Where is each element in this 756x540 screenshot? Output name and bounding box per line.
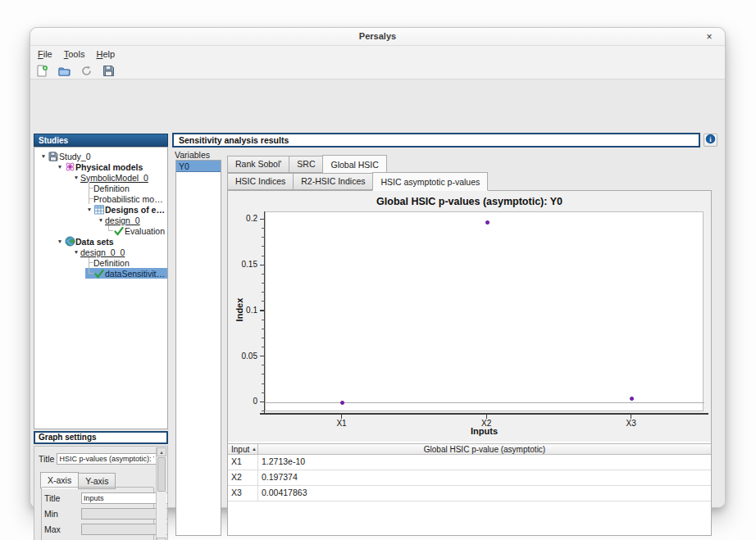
y-minor-tick [262, 393, 265, 393]
tree-item-definition[interactable]: Definition [34, 257, 167, 268]
variable-item-y0[interactable]: Y0 [176, 161, 221, 172]
tab-rank-sobol[interactable]: Rank Sobol' [227, 156, 289, 173]
tree-item-study-0[interactable]: ▼Study_0 [34, 151, 167, 161]
save-icon [102, 65, 115, 77]
export-icon [80, 65, 93, 77]
y-minor-tick [262, 301, 265, 302]
expander-icon[interactable]: ▼ [56, 161, 64, 172]
field-label: Min [44, 510, 79, 518]
plot-area [265, 211, 704, 411]
data-point-x1 [340, 401, 344, 405]
pvalue-table: Input ▲Global HSIC p-value (asymptotic)X… [228, 443, 711, 501]
tree-item-body: ▼design_0_0 [72, 247, 167, 257]
analysis-method-tabs: Rank Sobol'SRCGlobal HSIC [227, 156, 386, 173]
studies-tree[interactable]: ▼Study_0▼Physical models▼SymbolicModel_0… [34, 147, 168, 429]
y-minor-tick [262, 320, 265, 320]
y-minor-tick [262, 383, 265, 384]
cell-input: X2 [228, 470, 258, 485]
x-tick-label: X3 [615, 419, 648, 428]
table-row[interactable]: X11.2713e-10 [228, 455, 711, 470]
x-tick [341, 415, 342, 419]
y-major-tick [260, 219, 265, 220]
expander-icon[interactable]: ▼ [72, 247, 80, 257]
tree-item-label: Physical models [75, 162, 144, 172]
menu-tools[interactable]: Tools [58, 48, 91, 60]
axis-settings-group: TitleMinMaxLabels orientationHorizontal▼ [41, 487, 154, 540]
export-button[interactable] [78, 63, 94, 79]
tree-item-body: Evaluation [105, 225, 167, 236]
tree-item-definition[interactable]: Definition [34, 183, 167, 193]
save-button[interactable] [100, 63, 116, 79]
cell-input: X3 [228, 486, 258, 501]
graph-title-label: Title [39, 454, 54, 464]
graph-settings-panel: Title X-axisY-axis TitleMinMaxLabels ori… [34, 446, 168, 540]
x-tick [486, 415, 487, 419]
y-minor-tick [262, 365, 265, 365]
tree-item-body: ▼Designs of experim… [85, 204, 167, 215]
tab-src[interactable]: SRC [289, 156, 323, 173]
open-document-button[interactable] [56, 63, 72, 79]
menubar: FileToolsHelp [32, 47, 121, 61]
check-icon [113, 226, 125, 236]
column-header-pvalue[interactable]: Global HSIC p-value (asymptotic) [258, 444, 711, 454]
subtab-r2-hsic-indices[interactable]: R2-HSIC Indices [293, 173, 373, 190]
graph-settings-header: Graph settings [34, 431, 168, 444]
hsic-pvalues-chart: Global HSIC p-values (asymptotic): Y0 In… [228, 191, 711, 442]
cell-pvalue: 0.00417863 [258, 486, 711, 501]
tree-item-evaluation[interactable]: Evaluation [34, 225, 167, 236]
field-row-min: Min [44, 508, 151, 520]
tree-item-symbolicmodel-0[interactable]: ▼SymbolicModel_0 [34, 172, 167, 183]
tree-item-label: Data sets [75, 237, 116, 247]
graph-settings-scrollbar[interactable]: ▲ ▼ [156, 447, 166, 540]
tree-item-probabilistic-model[interactable]: Probabilistic model [34, 193, 167, 204]
tree-item-body: ▼Study_0 [39, 151, 167, 161]
dataset-icon [64, 236, 75, 247]
titlebar[interactable]: Persalys × [30, 28, 725, 46]
tree-item-data-sets[interactable]: ▼Data sets [34, 236, 167, 247]
tree-item-design-0[interactable]: ▼design_0 [34, 215, 167, 225]
y-minor-tick [262, 338, 265, 338]
subtab-hsic-indices[interactable]: HSIC Indices [227, 173, 294, 190]
tree-item-body: Definition [85, 183, 167, 193]
table-row[interactable]: X30.00417863 [228, 486, 711, 501]
expander-icon[interactable]: ▼ [85, 204, 93, 215]
new-document-button[interactable] [34, 63, 50, 79]
expander-icon[interactable]: ▼ [97, 215, 105, 225]
info-icon: i [705, 134, 716, 147]
open-document-icon [58, 65, 71, 77]
sort-ascending-icon: ▲ [252, 447, 257, 452]
y-minor-tick [262, 228, 265, 229]
field-row-title: Title [44, 492, 151, 504]
tree-item-datasensitivity-0[interactable]: dataSensitivity_0 [34, 268, 167, 279]
info-button[interactable]: i [704, 134, 717, 147]
x-tick-label: X1 [326, 419, 358, 428]
menu-file[interactable]: File [32, 48, 58, 60]
tree-item-design-0-0[interactable]: ▼design_0_0 [34, 247, 167, 257]
subtab-hsic-asymptotic-p-values[interactable]: HSIC asymptotic p-values [372, 172, 488, 191]
scroll-up-icon[interactable]: ▲ [157, 447, 166, 456]
menu-help[interactable]: Help [90, 48, 121, 60]
graph-title-input[interactable] [57, 453, 157, 465]
tree-item-label: dataSensitivity_0 [105, 269, 167, 279]
y-tick-label: 0.2 [228, 214, 257, 223]
tree-item-designs-of-experim[interactable]: ▼Designs of experim… [34, 204, 167, 215]
tree-item-label: Evaluation [125, 226, 166, 236]
y-tick-label: 0.15 [228, 260, 257, 269]
column-header-input[interactable]: Input ▲ [228, 444, 258, 454]
tree-item-physical-models[interactable]: ▼Physical models [34, 161, 167, 172]
tree-item-label: Study_0 [59, 152, 93, 161]
x-tick [631, 415, 631, 419]
field-label: Max [44, 525, 79, 533]
close-button[interactable]: × [703, 30, 716, 43]
tree-item-body: ▼Physical models [56, 161, 167, 172]
tab-global-hsic[interactable]: Global HSIC [322, 155, 386, 174]
table-row[interactable]: X20.197374 [228, 470, 711, 486]
expander-icon[interactable]: ▼ [56, 236, 64, 247]
variables-list[interactable]: Y0 [175, 160, 221, 536]
expander-icon[interactable]: ▼ [39, 151, 48, 161]
tree-item-label: Designs of experim… [105, 205, 167, 215]
check-icon [93, 269, 105, 279]
expander-icon[interactable]: ▼ [72, 172, 80, 183]
scrollbar-thumb[interactable] [157, 457, 166, 492]
data-point-x2 [485, 220, 490, 225]
